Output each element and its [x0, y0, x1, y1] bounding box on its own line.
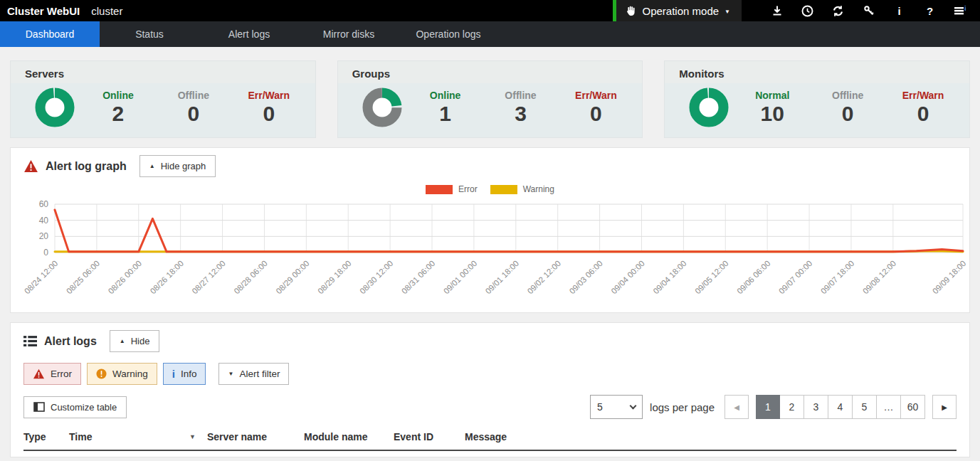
page-button-5[interactable]: 5 — [853, 395, 877, 419]
logs-per-page-select[interactable]: 5 — [590, 395, 643, 419]
legend-error: Error — [426, 184, 478, 194]
pagination: 5 logs per page ◀ 1 2 3 4 5 … 60 ▶ — [590, 395, 957, 419]
column-header-event-id[interactable]: Event ID — [394, 431, 465, 443]
graph-panel-title: Alert log graph — [46, 160, 127, 173]
warning-swatch — [490, 185, 517, 194]
chevron-up-icon: ▲ — [149, 163, 155, 169]
card-groups: Groups Online 1 Offline 3 Err/Warn 0 — [337, 60, 643, 138]
cluster-name: cluster — [91, 5, 122, 17]
tab-mirror-disks[interactable]: Mirror disks — [299, 21, 399, 47]
info-icon[interactable]: i — [884, 0, 915, 21]
operation-mode-dropdown[interactable]: Operation mode ▼ — [613, 0, 742, 21]
columns-icon — [33, 402, 45, 412]
stat-offline: Offline 0 — [810, 90, 885, 126]
page-button-60[interactable]: 60 — [901, 395, 925, 419]
app-brand: Cluster WebUI — [7, 5, 80, 17]
tab-bar: Dashboard Status Alert logs Mirror disks… — [0, 21, 980, 47]
svg-text:08/30 12:00: 08/30 12:00 — [358, 259, 394, 295]
page-button-2[interactable]: 2 — [780, 395, 804, 419]
servers-donut-chart — [35, 88, 75, 127]
info-filter-button[interactable]: i Info — [163, 363, 206, 385]
table-controls-row: Customize table 5 logs per page ◀ 1 2 3 … — [23, 395, 957, 419]
next-page-button[interactable]: ▶ — [932, 395, 957, 419]
svg-text:08/29 00:00: 08/29 00:00 — [274, 259, 310, 295]
tab-dashboard[interactable]: Dashboard — [0, 21, 100, 47]
page-button-4[interactable]: 4 — [828, 395, 853, 419]
summary-cards-row: Servers Online 2 Offline 0 Err/Warn 0 — [10, 60, 970, 138]
customize-table-button[interactable]: Customize table — [23, 396, 127, 418]
svg-text:09/09 18:00: 09/09 18:00 — [931, 259, 967, 295]
column-header-server-name[interactable]: Server name — [207, 431, 304, 443]
stat-errwarn: Err/Warn 0 — [558, 90, 633, 126]
svg-text:40: 40 — [39, 216, 49, 226]
previous-page-button[interactable]: ◀ — [725, 395, 749, 419]
svg-text:09/06 06:00: 09/06 06:00 — [735, 259, 771, 295]
key-icon[interactable] — [853, 0, 884, 21]
error-filter-button[interactable]: Error — [23, 363, 81, 385]
page-ellipsis: … — [877, 395, 901, 419]
tab-alert-logs[interactable]: Alert logs — [199, 21, 299, 47]
svg-text:09/03 06:00: 09/03 06:00 — [568, 259, 604, 295]
chevron-down-icon — [630, 402, 637, 409]
page-button-3[interactable]: 3 — [804, 395, 828, 419]
stat-errwarn: Err/Warn 0 — [231, 90, 307, 126]
hide-logs-button[interactable]: ▲ Hide — [110, 330, 160, 352]
refresh-icon[interactable] — [823, 0, 853, 21]
stat-errwarn: Err/Warn 0 — [885, 90, 961, 126]
column-header-time[interactable]: Time ▼ — [69, 431, 207, 443]
alert-log-graph-panel: Alert log graph ▲ Hide graph Error Warni… — [10, 147, 970, 313]
info-icon: i — [172, 369, 175, 379]
mode-indicator-bar — [613, 0, 616, 21]
svg-text:08/27 12:00: 08/27 12:00 — [191, 259, 227, 295]
legend-warning: Warning — [490, 184, 554, 194]
svg-text:08/26 18:00: 08/26 18:00 — [149, 259, 185, 295]
logs-per-page-label: logs per page — [650, 401, 715, 413]
tab-operation-logs[interactable]: Operation logs — [399, 21, 498, 47]
list-info-icon[interactable]: i — [945, 0, 976, 21]
help-icon[interactable]: ? — [915, 0, 945, 21]
stat-online: Online 2 — [80, 90, 156, 126]
top-bar: Cluster WebUI cluster Operation mode ▼ — [0, 0, 980, 21]
svg-text:09/01 00:00: 09/01 00:00 — [442, 259, 478, 295]
card-title: Groups — [338, 61, 643, 83]
svg-text:09/04 18:00: 09/04 18:00 — [651, 259, 687, 295]
download-icon[interactable] — [762, 0, 792, 21]
svg-text:08/25 06:00: 08/25 06:00 — [65, 259, 101, 295]
svg-text:09/07 00:00: 09/07 00:00 — [777, 259, 813, 295]
chevron-down-icon: ▼ — [725, 9, 730, 15]
alert-filter-row: Error Warning i Info ▼ Alert filter — [23, 363, 957, 385]
monitors-donut-chart — [689, 88, 729, 127]
svg-text:08/28 06:00: 08/28 06:00 — [232, 259, 268, 295]
column-header-message[interactable]: Message — [465, 431, 957, 443]
alert-log-line-chart: 08/24 12:0008/25 06:0008/26 00:0008/26 1… — [23, 194, 967, 307]
svg-text:08/31 06:00: 08/31 06:00 — [400, 259, 436, 295]
topbar-icon-strip: i ? i — [762, 0, 980, 21]
operation-mode-label: Operation mode — [643, 5, 720, 17]
sort-desc-icon: ▼ — [189, 433, 196, 440]
alert-filter-button[interactable]: ▼ Alert filter — [218, 363, 289, 385]
warning-circle-icon — [96, 369, 107, 379]
alert-logs-panel: Alert logs ▲ Hide Error Warning i Info ▼… — [10, 322, 970, 457]
stat-online: Online 1 — [408, 90, 483, 126]
clock-icon[interactable] — [792, 0, 823, 21]
svg-text:08/26 00:00: 08/26 00:00 — [107, 259, 143, 295]
column-header-type[interactable]: Type — [23, 431, 69, 443]
list-icon — [23, 335, 37, 347]
page-number-group: 1 2 3 4 5 … 60 — [756, 395, 925, 419]
svg-text:09/01 18:00: 09/01 18:00 — [484, 259, 520, 295]
stat-normal: Normal 10 — [734, 90, 810, 126]
error-triangle-icon — [33, 369, 45, 379]
warning-filter-button[interactable]: Warning — [87, 363, 157, 385]
card-title: Monitors — [665, 61, 969, 83]
svg-text:09/02 12:00: 09/02 12:00 — [526, 259, 562, 295]
svg-text:0: 0 — [43, 248, 48, 258]
chevron-up-icon: ▲ — [120, 338, 125, 344]
svg-text:09/04 00:00: 09/04 00:00 — [609, 259, 646, 295]
svg-text:20: 20 — [39, 231, 49, 241]
tab-status[interactable]: Status — [100, 21, 199, 47]
card-servers: Servers Online 2 Offline 0 Err/Warn 0 — [10, 60, 316, 138]
page-button-1[interactable]: 1 — [756, 395, 780, 419]
svg-text:09/07 18:00: 09/07 18:00 — [819, 259, 855, 295]
column-header-module-name[interactable]: Module name — [304, 431, 394, 443]
hide-graph-button[interactable]: ▲ Hide graph — [139, 155, 216, 177]
